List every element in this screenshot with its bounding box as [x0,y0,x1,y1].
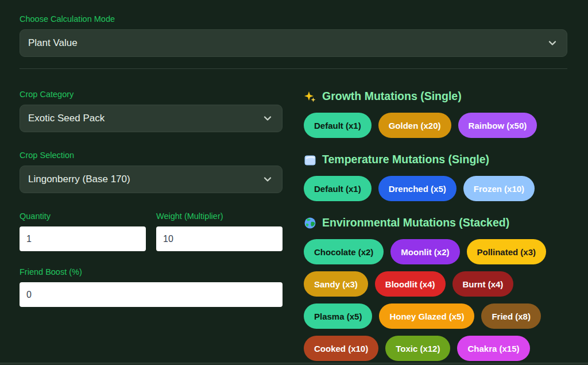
weight-label: Weight (Multiplier) [156,212,283,221]
mutation-button-rainbow-x50[interactable]: Rainbow (x50) [458,113,537,138]
mutation-button-drenched-x5[interactable]: Drenched (x5) [378,176,457,201]
weight-input[interactable] [156,226,283,251]
mutation-button-honey-glazed-x5[interactable]: Honey Glazed (x5) [379,303,474,329]
bottom-section-edge [0,363,588,365]
mutation-button-sandy-x3[interactable]: Sandy (x3) [304,271,368,297]
crop-category-select[interactable]: Exotic Seed Pack [20,105,283,132]
mutation-button-golden-x20[interactable]: Golden (x20) [378,113,451,138]
mutation-button-frozen-x10[interactable]: Frozen (x10) [463,176,535,201]
crop-category-label: Crop Category [20,90,283,99]
calculation-mode-select[interactable]: Plant Value [20,29,567,57]
environmental-mutations-buttons: Chocolate (x2)Moonlit (x2)Pollinated (x3… [304,239,567,361]
mutation-button-pollinated-x3[interactable]: Pollinated (x3) [467,239,547,264]
mutation-button-bloodlit-x4[interactable]: Bloodlit (x4) [375,271,446,297]
mutation-button-chakra-x15[interactable]: Chakra (x15) [457,336,529,361]
section-divider [20,68,567,69]
growth-mutations-section: Growth Mutations (Single) Default (x1)Go… [304,90,567,138]
mutation-button-plasma-x5[interactable]: Plasma (x5) [304,303,372,329]
mutation-button-burnt-x4[interactable]: Burnt (x4) [452,271,514,297]
temperature-mutations-title: Temperature Mutations (Single) [322,153,489,166]
calculation-mode-value: Plant Value [28,37,78,49]
crop-selection-value: Lingonberry (Base 170) [28,174,130,185]
friend-boost-label: Friend Boost (%) [20,267,283,276]
calculation-mode-label: Choose Calculation Mode [20,14,567,24]
mutations-panel: Growth Mutations (Single) Default (x1)Go… [304,90,567,365]
chevron-down-icon [262,174,273,185]
crop-selection-label: Crop Selection [20,151,283,160]
mutation-button-default-x1[interactable]: Default (x1) [304,176,372,201]
chevron-down-icon [547,38,558,48]
chevron-down-icon [262,113,273,124]
mutation-button-moonlit-x2[interactable]: Moonlit (x2) [390,239,459,264]
mutation-button-cooked-x10[interactable]: Cooked (x10) [304,336,378,361]
growth-mutations-buttons: Default (x1)Golden (x20)Rainbow (x50) [304,113,567,138]
temperature-mutations-section: Temperature Mutations (Single) Default (… [304,153,567,201]
crop-category-value: Exotic Seed Pack [28,113,105,124]
globe-icon [304,217,316,229]
mutation-button-default-x1[interactable]: Default (x1) [304,113,372,138]
environmental-mutations-section: Environmental Mutations (Stacked) Chocol… [304,216,567,361]
friend-boost-input[interactable] [20,282,283,307]
mutation-button-toxic-x12[interactable]: Toxic (x12) [385,336,450,361]
quantity-label: Quantity [20,212,146,221]
crop-form: Crop Category Exotic Seed Pack Crop Sele… [20,90,283,365]
growth-mutations-title: Growth Mutations (Single) [322,90,462,103]
environmental-mutations-title: Environmental Mutations (Stacked) [322,216,509,229]
ice-cube-icon [304,153,316,166]
mutation-button-chocolate-x2[interactable]: Chocolate (x2) [304,239,384,264]
sparkles-icon [304,90,316,103]
mutation-button-fried-x8[interactable]: Fried (x8) [481,303,541,329]
quantity-input[interactable] [20,226,146,251]
crop-selection-select[interactable]: Lingonberry (Base 170) [20,166,283,193]
temperature-mutations-buttons: Default (x1)Drenched (x5)Frozen (x10) [304,176,567,201]
calculator-page: Choose Calculation Mode Plant Value Crop… [0,0,588,365]
